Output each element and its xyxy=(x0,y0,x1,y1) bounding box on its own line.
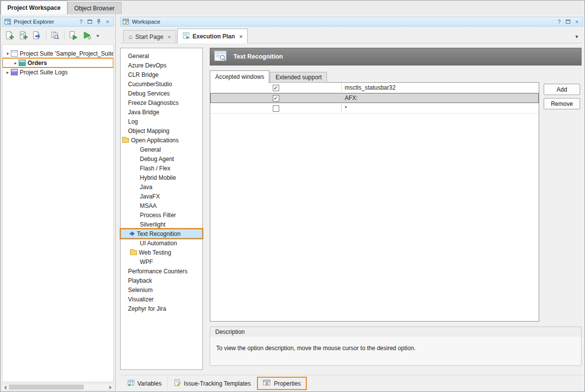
remove-button[interactable]: Remove xyxy=(544,98,580,109)
settings-nav-item-process-filter[interactable]: Process Filter xyxy=(121,210,202,220)
settings-nav-item-selenium[interactable]: Selenium xyxy=(121,285,202,294)
settings-nav-item-flash-flex[interactable]: Flash / Flex xyxy=(121,163,202,173)
document-tabs: ⌂ Start Page × Execution Plan × ▾ xyxy=(120,29,583,43)
window-mask-cell[interactable]: * xyxy=(342,103,539,113)
chevron-down-icon[interactable]: ▾ xyxy=(4,51,11,56)
tab-object-browser[interactable]: Object Browser xyxy=(67,2,122,14)
settings-nav-item-freeze-diagnostics[interactable]: Freeze Diagnostics xyxy=(121,98,202,107)
tab-label: Properties xyxy=(274,380,301,387)
tab-extended-support[interactable]: Extended support xyxy=(270,72,327,83)
chevron-right-icon[interactable]: ▸ xyxy=(4,70,11,75)
settings-nav-item-silverlight[interactable]: Silverlight xyxy=(121,220,202,229)
tab-properties[interactable]: Properties xyxy=(257,377,307,390)
close-icon[interactable]: × xyxy=(574,18,580,25)
toolbar-separator xyxy=(64,31,65,40)
tab-variables[interactable]: Variables xyxy=(122,377,168,390)
tab-label: Execution Plan xyxy=(193,33,235,40)
settings-nav-label: General xyxy=(128,53,149,60)
settings-nav-item-cucumberstudio[interactable]: CucumberStudio xyxy=(121,79,202,89)
execution-plan-icon xyxy=(183,32,190,40)
compare-files-button[interactable] xyxy=(49,29,62,42)
tab-accepted-windows[interactable]: Accepted windows xyxy=(210,70,269,83)
suite-icon xyxy=(11,50,18,57)
checkbox-cell: ✓ xyxy=(210,93,342,103)
float-window-icon[interactable] xyxy=(87,18,93,25)
settings-nav-label: Object Mapping xyxy=(128,128,169,134)
settings-nav-item-debug-services[interactable]: Debug Services xyxy=(121,89,202,98)
testcomplete-window: Project Workspace Object Browser Project… xyxy=(0,0,585,392)
settings-nav-label: Debug Agent xyxy=(140,156,174,163)
close-tab-icon[interactable]: × xyxy=(239,33,242,39)
add-project-suite-item-button[interactable] xyxy=(3,29,16,42)
close-icon[interactable]: × xyxy=(104,18,111,25)
tree-item-project-suite-logs[interactable]: ▸Project Suite Logs xyxy=(2,67,113,77)
description-title: Description xyxy=(210,327,581,336)
horizontal-scrollbar[interactable] xyxy=(1,384,114,391)
settings-nav-item-zephyr-for-jira[interactable]: Zephyr for Jira xyxy=(121,304,202,313)
chevron-right-icon[interactable]: ▸ xyxy=(12,61,19,65)
issue-tracking-icon xyxy=(174,379,181,388)
settings-nav-item-java[interactable]: Java xyxy=(121,182,202,192)
workspace-header: Workspace ? × xyxy=(120,17,583,27)
panel-header-buttons: ? × xyxy=(78,18,111,25)
window-enabled-checkbox[interactable] xyxy=(273,105,279,112)
tree-item-label: Orders xyxy=(28,60,47,66)
settings-nav-item-java-bridge[interactable]: Java Bridge xyxy=(121,107,202,117)
settings-nav-item-ui-automation[interactable]: UI Automation xyxy=(121,238,202,248)
window-mask-cell[interactable]: AFX: xyxy=(342,93,539,103)
settings-nav-item-open-applications[interactable]: Open Applications xyxy=(121,135,202,145)
home-icon: ⌂ xyxy=(129,34,132,40)
settings-nav-label: Java xyxy=(140,184,152,191)
window-enabled-checkbox[interactable]: ✓ xyxy=(273,85,279,91)
tab-project-workspace[interactable]: Project Workspace xyxy=(0,0,67,14)
settings-nav-label: CucumberStudio xyxy=(128,81,172,88)
settings-nav-item-azure-devops[interactable]: Azure DevOps xyxy=(121,61,202,70)
settings-nav-item-log[interactable]: Log xyxy=(121,117,202,126)
accepted-window-row[interactable]: * xyxy=(210,103,539,114)
settings-nav-item-performance-counters[interactable]: Performance Counters xyxy=(121,266,202,276)
help-icon[interactable]: ? xyxy=(78,18,84,25)
tree-item-project-suite-sample-project-suite-1-p[interactable]: ▾Project Suite 'Sample_Project_Suite' (1… xyxy=(2,49,113,58)
settings-nav-item-web-testing[interactable]: Web Testing xyxy=(121,248,202,257)
project-explorer-header: Project Explorer ? × xyxy=(2,17,114,27)
settings-nav-item-javafx[interactable]: JavaFX xyxy=(121,192,202,201)
export-project-button[interactable] xyxy=(31,29,43,42)
settings-nav-item-text-recognition[interactable]: Text Recognition xyxy=(121,229,202,238)
tab-start-page[interactable]: ⌂ Start Page × xyxy=(123,30,176,43)
settings-nav-label: Web Testing xyxy=(139,249,171,256)
scroll-right-icon[interactable] xyxy=(109,386,112,390)
panel-title: Workspace xyxy=(132,19,553,25)
float-window-icon[interactable] xyxy=(565,18,571,25)
settings-nav-item-object-mapping[interactable]: Object Mapping xyxy=(121,126,202,135)
settings-nav-item-msaa[interactable]: MSAA xyxy=(121,201,202,210)
settings-nav-item-general[interactable]: General xyxy=(121,145,202,154)
scroll-left-icon[interactable] xyxy=(4,386,6,390)
options-tabs: Accepted windows Extended support xyxy=(210,70,327,83)
debug-project-button[interactable] xyxy=(81,29,94,42)
settings-nav-item-clr-bridge[interactable]: CLR Bridge xyxy=(121,70,202,79)
window-mask-cell[interactable]: msctls_statusbar32 xyxy=(342,83,539,93)
settings-nav-item-hybrid-mobile[interactable]: Hybrid Mobile xyxy=(121,173,202,182)
settings-nav-label: MSAA xyxy=(140,202,157,209)
settings-nav-item-playback[interactable]: Playback xyxy=(121,276,202,285)
tab-list-dropdown-icon[interactable]: ▾ xyxy=(575,33,578,40)
tree-item-orders[interactable]: ▸Orders xyxy=(2,58,113,67)
accepted-window-row[interactable]: ✓msctls_statusbar32 xyxy=(210,83,539,93)
close-tab-icon[interactable]: × xyxy=(168,34,171,40)
add-button[interactable]: Add xyxy=(544,84,580,95)
pin-icon[interactable] xyxy=(96,18,102,25)
settings-nav-label: Performance Counters xyxy=(128,268,188,275)
settings-nav-item-general[interactable]: General xyxy=(121,51,202,61)
scrollbar-thumb[interactable] xyxy=(9,385,84,390)
accepted-window-row[interactable]: ✓AFX: xyxy=(210,93,539,103)
add-project-item-button[interactable] xyxy=(17,29,30,42)
help-icon[interactable]: ? xyxy=(556,18,562,25)
settings-nav-item-debug-agent[interactable]: Debug Agent xyxy=(121,154,202,163)
settings-nav-item-wpf[interactable]: WPF xyxy=(121,257,202,266)
toolbar-dropdown-icon[interactable]: ▾ xyxy=(95,33,101,38)
run-project-button[interactable] xyxy=(67,29,80,42)
tab-execution-plan[interactable]: Execution Plan × xyxy=(177,29,248,43)
settings-nav-item-visualizer[interactable]: Visualizer xyxy=(121,294,202,304)
window-enabled-checkbox[interactable]: ✓ xyxy=(273,95,279,101)
tab-issue-tracking-templates[interactable]: Issue-Tracking Templates xyxy=(168,377,257,390)
